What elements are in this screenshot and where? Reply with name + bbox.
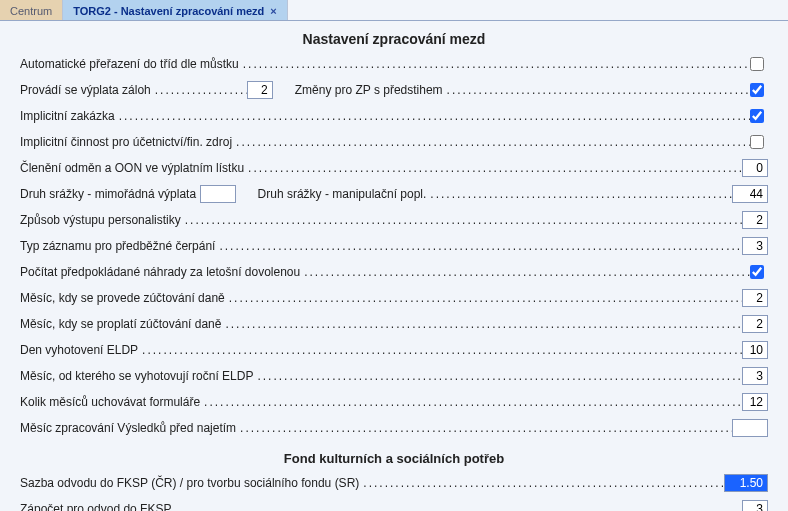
label-druh-sr-man: Druh srážky - manipulační popl.	[258, 187, 429, 201]
input-mesic-eldp[interactable]	[742, 367, 768, 385]
label-zmeny-zp: Změny pro ZP s předstihem	[295, 83, 445, 97]
row-impl-cinnost: Implicitní činnost pro účetnictví/fin. z…	[20, 129, 768, 155]
dots	[238, 421, 732, 435]
close-icon[interactable]: ×	[270, 5, 276, 17]
label-zapocet-fksp: Zápočet pro odvod do FKSP	[20, 502, 173, 511]
dots	[153, 83, 247, 97]
input-druh-sr-man[interactable]	[732, 185, 768, 203]
dots	[428, 187, 732, 201]
chk-pocitat-nahrady[interactable]	[750, 265, 764, 279]
input-kolik-mesicu[interactable]	[742, 393, 768, 411]
tab-torg2[interactable]: TORG2 - Nastavení zpracování mezd ×	[63, 0, 288, 20]
chk-auto-prerazeni[interactable]	[750, 57, 764, 71]
label-druh-sr-mim: Druh srážky - mimořádná výplata	[20, 187, 198, 201]
row-auto-prerazeni: Automatické přeřazení do tříd dle můstku	[20, 51, 768, 77]
label-mesic-vysledku: Měsíc zpracování Výsledků před najetím	[20, 421, 238, 435]
dots	[217, 239, 742, 253]
label-cleneni: Členění odměn a OON ve výplatním lístku	[20, 161, 246, 175]
input-mesic-propl[interactable]	[742, 315, 768, 333]
page-body: Nastavení zpracování mezd Automatické př…	[0, 21, 788, 511]
label-den-eldp: Den vyhotovení ELDP	[20, 343, 140, 357]
dots	[117, 109, 750, 123]
row-mesic-zuct: Měsíc, kdy se provede zúčtování daně	[20, 285, 768, 311]
row-cleneni: Členění odměn a OON ve výplatním lístku	[20, 155, 768, 181]
input-typ-zaznamu[interactable]	[742, 237, 768, 255]
input-mesic-zuct[interactable]	[742, 289, 768, 307]
page-title: Nastavení zpracování mezd	[20, 25, 768, 51]
chk-impl-cinnost[interactable]	[750, 135, 764, 149]
section-fksp-title: Fond kulturních a sociálních potřeb	[20, 441, 768, 470]
dots	[302, 265, 750, 279]
row-vyplata-zaloh: Provádí se výplata záloh Změny pro ZP s …	[20, 77, 768, 103]
row-mesic-eldp: Měsíc, od kterého se vyhotovují roční EL…	[20, 363, 768, 389]
row-mesic-propl: Měsíc, kdy se proplatí zúčtování daně	[20, 311, 768, 337]
label-typ-zaznamu: Typ záznamu pro předběžné čerpání	[20, 239, 217, 253]
dots	[241, 57, 750, 71]
label-impl-zakazka: Implicitní zakázka	[20, 109, 117, 123]
label-auto-prerazeni: Automatické přeřazení do tříd dle můstku	[20, 57, 241, 71]
row-den-eldp: Den vyhotovení ELDP	[20, 337, 768, 363]
tab-centrum-label: Centrum	[10, 5, 52, 17]
label-sazba-fksp: Sazba odvodu do FKSP (ČR) / pro tvorbu s…	[20, 476, 361, 490]
dots	[255, 369, 742, 383]
input-sazba-fksp[interactable]	[724, 474, 768, 492]
dots	[246, 161, 742, 175]
row-pocitat-nahrady: Počítat předpokládané náhrady za letošní…	[20, 259, 768, 285]
chk-zmeny-zp[interactable]	[750, 83, 764, 97]
tab-bar: Centrum TORG2 - Nastavení zpracování mez…	[0, 0, 788, 21]
dots	[202, 395, 742, 409]
row-sazba-fksp: Sazba odvodu do FKSP (ČR) / pro tvorbu s…	[20, 470, 768, 496]
input-zapocet-fksp[interactable]	[742, 500, 768, 511]
input-cleneni[interactable]	[742, 159, 768, 177]
chk-impl-zakazka[interactable]	[750, 109, 764, 123]
label-mesic-propl: Měsíc, kdy se proplatí zúčtování daně	[20, 317, 223, 331]
label-zpusob-vystupu: Způsob výstupu personalistiky	[20, 213, 183, 227]
label-pocitat-nahrady: Počítat předpokládané náhrady za letošní…	[20, 265, 302, 279]
input-vyplata-zaloh[interactable]	[247, 81, 273, 99]
row-typ-zaznamu: Typ záznamu pro předběžné čerpání	[20, 233, 768, 259]
row-mesic-vysledku: Měsíc zpracování Výsledků před najetím	[20, 415, 768, 441]
dots	[140, 343, 742, 357]
label-kolik-mesicu: Kolik měsíců uchovávat formuláře	[20, 395, 202, 409]
dots	[234, 135, 750, 149]
tab-centrum[interactable]: Centrum	[0, 0, 63, 20]
dots	[445, 83, 750, 97]
input-zpusob-vystupu[interactable]	[742, 211, 768, 229]
label-impl-cinnost: Implicitní činnost pro účetnictví/fin. z…	[20, 135, 234, 149]
dots	[173, 502, 742, 511]
label-mesic-eldp: Měsíc, od kterého se vyhotovují roční EL…	[20, 369, 255, 383]
tab-torg2-label: TORG2 - Nastavení zpracování mezd	[73, 5, 264, 17]
dots	[227, 291, 742, 305]
row-zpusob-vystupu: Způsob výstupu personalistiky	[20, 207, 768, 233]
input-mesic-vysledku[interactable]	[732, 419, 768, 437]
input-druh-sr-mim[interactable]	[200, 185, 236, 203]
label-vyplata-zaloh: Provádí se výplata záloh	[20, 83, 153, 97]
row-druh-srazky: Druh srážky - mimořádná výplata Druh srá…	[20, 181, 768, 207]
dots	[183, 213, 742, 227]
row-zapocet-fksp: Zápočet pro odvod do FKSP	[20, 496, 768, 511]
row-impl-zakazka: Implicitní zakázka	[20, 103, 768, 129]
label-mesic-zuct: Měsíc, kdy se provede zúčtování daně	[20, 291, 227, 305]
row-kolik-mesicu: Kolik měsíců uchovávat formuláře	[20, 389, 768, 415]
dots	[223, 317, 742, 331]
dots	[361, 476, 724, 490]
input-den-eldp[interactable]	[742, 341, 768, 359]
